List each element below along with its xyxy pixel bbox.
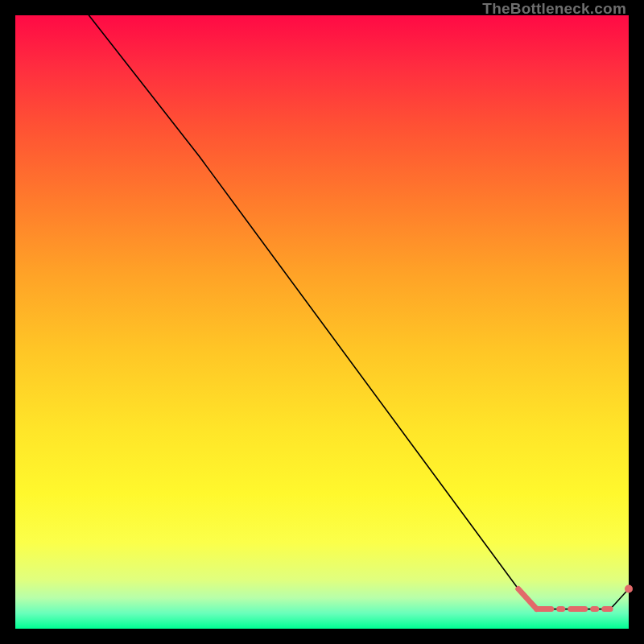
minimum-marker-head (518, 589, 537, 609)
end-dot (625, 585, 633, 593)
chart-overlay (15, 15, 629, 629)
bottleneck-curve (89, 15, 629, 609)
